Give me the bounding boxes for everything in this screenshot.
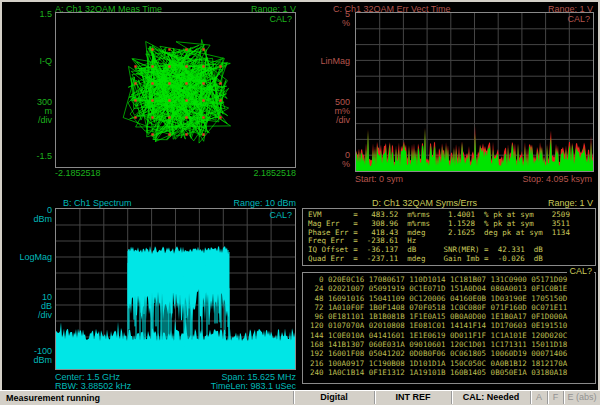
status-reference: INT REF xyxy=(374,391,451,404)
panel-d-cal-badge: CAL? xyxy=(567,266,594,276)
panel-a-y-min: -1.5 xyxy=(4,152,52,161)
panel-a-scale-per-div: /div xyxy=(4,116,52,125)
status-message: Measurement running xyxy=(0,393,293,403)
symbol-table-text: 0 020E0C16 17080617 110D1014 1C181B07 13… xyxy=(303,273,595,377)
panel-b-trace-format: LogMag xyxy=(4,253,52,262)
symbol-row: 72 1A010F0F 1B0F1408 070F0518 1C0C080F 0… xyxy=(310,303,595,312)
symbol-row: 216 100A0917 1C190B08 1D101D1A 150C050C … xyxy=(310,359,595,368)
error-summary-box: EVM = 483.52 m%rms 1.4001 % pk at sym 25… xyxy=(302,208,596,266)
panel-b-y-max-unit: dBm xyxy=(4,215,52,224)
metric-row: Quad Err = -237.11 mdeg Gain Imb = -0.02… xyxy=(308,255,595,264)
symbol-row: 240 1A0C1B14 0F1E1312 1A19101B 160B1405 … xyxy=(310,368,595,377)
panel-a-cal-badge: CAL? xyxy=(269,14,292,24)
status-marker-f: F xyxy=(547,391,563,404)
panel-c-x-start: Start: 0 sym xyxy=(355,174,403,184)
panel-a-plot-area[interactable]: CAL? xyxy=(55,12,296,168)
metrics-text: EVM = 483.52 m%rms 1.4001 % pk at sym 25… xyxy=(303,209,595,264)
symbol-row: 192 16001F08 05041202 0D0B0F06 0C061805 … xyxy=(310,349,595,358)
symbol-table-box: 0 020E0C16 17080617 110D1014 1C181B07 13… xyxy=(302,272,596,384)
panel-c-cal-badge: CAL? xyxy=(567,14,590,24)
panel-d-title: D: Ch1 32QAM Syms/Errs xyxy=(372,198,477,208)
panel-b-y-min-unit: dBm xyxy=(4,356,52,365)
panel-b-range: Range: 10 dBm xyxy=(233,198,296,208)
panel-c-scale-per-div: /div xyxy=(302,116,350,125)
panel-a-trace-format: I-Q xyxy=(4,57,52,66)
panel-c-err-vect-time[interactable]: C: Ch1 32QAM Err Vect Time Range: 1 V CA… xyxy=(300,2,598,196)
symbol-row: 144 1C0E010A 04141601 1E1E0619 0D011F1F … xyxy=(310,331,595,340)
panel-a-meas-time[interactable]: A: Ch1 32QAM Meas Time Range: 1 V CAL? 1… xyxy=(2,2,300,196)
symbol-row: 96 0E181101 1B1B081B 1F1E0A15 0B0A0D00 1… xyxy=(310,312,595,321)
status-bar: Measurement running Digital INT REF CAL:… xyxy=(0,390,600,404)
symbol-row: 0 020E0C16 17080617 110D1014 1C181B07 13… xyxy=(310,275,595,284)
panel-c-y-min-unit: % xyxy=(302,160,350,169)
panel-a-x-min: -2.1852518 xyxy=(55,168,101,178)
status-marker-e-abs: E (abs) xyxy=(563,391,600,404)
symbol-row: 48 16091016 15041109 0C120006 04160E0B 1… xyxy=(310,294,595,303)
symbol-row: 168 141B1307 060E031A 09010601 120C1D01 … xyxy=(310,340,595,349)
panel-b-spectrum[interactable]: B: Ch1 Spectrum Range: 10 dBm CAL? 0 dBm… xyxy=(2,196,300,390)
panel-b-scale-per-div: /div xyxy=(4,311,52,320)
symbol-row: 120 0107070A 02010808 1E081C01 14141F14 … xyxy=(310,321,595,330)
symbol-row: 24 02021007 05091919 0C1E071D 151A0D04 0… xyxy=(310,284,595,293)
panel-d-range: Range: 1 V xyxy=(548,198,593,208)
panel-b-title: B: Ch1 Spectrum xyxy=(63,198,132,208)
panel-b-cal-badge: CAL? xyxy=(269,210,292,220)
vsa-client-area: A: Ch1 32QAM Meas Time Range: 1 V CAL? 1… xyxy=(2,2,598,390)
panel-c-trace-format: LinMag xyxy=(302,57,350,66)
panel-c-x-stop: Stop: 4.095 ksym xyxy=(522,174,592,184)
panel-a-y-max: 1.5 xyxy=(4,10,52,19)
spectrum-plot xyxy=(56,209,295,369)
panel-d-syms-errs[interactable]: D: Ch1 32QAM Syms/Errs Range: 1 V EVM = … xyxy=(300,196,598,390)
panel-c-y-max-unit: % xyxy=(302,19,350,28)
panel-c-plot-area[interactable]: CAL? xyxy=(355,12,594,172)
constellation-plot xyxy=(56,13,295,167)
status-marker-a: A xyxy=(530,391,547,404)
status-cal-needed: CAL: Needed xyxy=(451,391,530,404)
panel-a-x-max: 2.1852518 xyxy=(253,168,296,178)
panel-b-plot-area[interactable]: CAL? xyxy=(55,208,296,370)
error-vector-plot xyxy=(356,13,593,171)
status-digital: Digital xyxy=(293,391,374,404)
